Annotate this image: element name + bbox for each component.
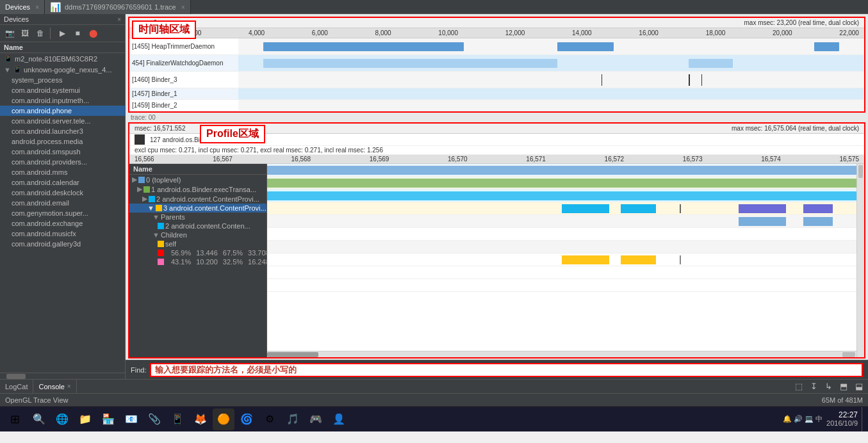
taskbar-app1[interactable]: 📧 [120,408,142,430]
toolbar-btn-6[interactable]: ⬤ [86,26,100,40]
logcat-tab[interactable]: LogCat [0,380,33,394]
device-list: 📱 m2_note-810EBM63C8R2 ▼ 📱 unknown-googl… [0,53,125,373]
taskbar-app7[interactable]: ⚙ [259,408,281,430]
taskbar-app3[interactable]: 📱 [167,408,188,430]
profile-tree-self[interactable]: self [129,239,266,248]
find-bar: Find: [126,360,868,379]
toolbar-btn-4[interactable]: ▶ [55,26,69,40]
device-item-mms[interactable]: com.android.mms [0,167,125,177]
taskbar-icons-right: 🔔 🔊 💻 中 [783,414,823,424]
expand-icon-0: ▶ [132,175,137,184]
device-item-media[interactable]: android.process.media [0,136,125,147]
find-label: Find: [131,366,146,374]
bottom-toolbar-btn-2[interactable]: ↧ [808,382,820,391]
timeline-max-msec: max msec: 23,200 (real time, dual clock) [744,19,859,26]
profile-tree-item-3[interactable]: ▼ 3 android.content.ContentProvi... [129,204,266,213]
profile-tree-children-group[interactable]: ▼ Children [129,230,266,239]
windows-taskbar: ⊞ 🔍 🌐 📁 🏪 📧 📎 📱 🦊 🟠 🌀 ⚙ 🎵 🎮 👤 🔔 🔊 💻 中 22… [0,406,868,431]
taskbar-folder[interactable]: 📁 [74,408,96,430]
taskbar-app10[interactable]: 👤 [328,408,350,430]
taskbar-app5[interactable]: 🟠 [213,408,234,430]
find-input[interactable] [150,363,863,377]
bottom-toolbar-btn-3[interactable]: ↳ [823,382,835,391]
devices-tab-close[interactable]: × [35,4,39,11]
device-item-deskclock[interactable]: com.android.deskclock [0,188,125,198]
expand-icon-parents: ▼ [152,213,160,221]
device-item-nexus[interactable]: ▼ 📱 unknown-google_nexus_4... [0,64,125,75]
device-item-server[interactable]: com.android.server.tele... [0,116,125,126]
device-item-phone[interactable]: com.android.phone [0,106,125,116]
trace-tab-label: ddms717699760967659601 1.trace [65,3,176,11]
trace-tab-close[interactable]: × [181,4,185,11]
profile-tree-parents-group[interactable]: ▼ Parents [129,213,266,222]
profile-max-msec: max msec: 16,575.064 (real time, dual cl… [732,125,859,132]
bottom-toolbar-btn-5[interactable]: ⬓ [853,382,865,391]
taskbar-app2[interactable]: 📎 [143,408,165,430]
profile-tree-parent-item[interactable]: 2 android.content.Conten... [129,222,266,230]
toolbar-btn-2[interactable]: 🖼 [18,26,32,40]
profile-tree-child-4[interactable]: 4 android.content.ContentProvider.query … [129,248,266,257]
device-item-exchange[interactable]: com.android.exchange [0,218,125,229]
expand-icon-1: ▶ [137,185,142,193]
device-item-musicfx[interactable]: com.android.musicfx [0,229,125,239]
taskbar-app8[interactable]: 🎵 [282,408,304,430]
taskbar-app9[interactable]: 🎮 [305,408,327,430]
device-item-launcher[interactable]: com.android.launcher3 [0,126,125,136]
device-item-inputmethod[interactable]: com.android.inputmeth... [0,95,125,106]
bottom-toolbar-btn-4[interactable]: ⬒ [837,382,850,391]
devices-tab[interactable]: Devices × [0,0,45,14]
nexus-icon: 📱 [13,65,22,74]
device-item-email[interactable]: com.android.email [0,198,125,208]
device-item-genymotion[interactable]: com.genymotion.super... [0,208,125,218]
profile-visualization [267,164,856,357]
console-tab[interactable]: Console × [33,380,76,394]
device-item-smspush[interactable]: com.android.smspush [0,147,125,157]
color-1 [143,186,150,193]
color-child7 [158,259,164,265]
profile-cpu-info: excl cpu msec: 0.271, incl cpu msec: 0.2… [135,147,383,154]
color-3 [156,205,162,211]
profile-tree: Name ▶ 0 (toplevel) ▶ 1 android.os.Binde… [129,164,267,357]
thread-row-5: [1459] Binder_2 [129,100,864,111]
expand-icon-3: ▼ [147,204,154,212]
taskbar-store[interactable]: 🏪 [97,408,119,430]
profile-tree-item-1[interactable]: ▶ 1 android.os.Binder.execTransa... [129,184,266,194]
profile-tree-child-7[interactable]: 7 android.content.ContentProvider$Transp… [129,257,266,266]
device-name-header: Name [0,42,125,53]
device-item-m2[interactable]: 📱 m2_note-810EBM63C8R2 [0,53,125,64]
profile-annotation: Profile区域 [200,125,265,143]
color-parent [158,223,164,229]
toolbar-btn-1[interactable]: 📷 [3,26,17,40]
taskbar-app4[interactable]: 🦊 [190,408,211,430]
bottom-toolbar-btn-1[interactable]: ⬚ [792,382,805,391]
taskbar-clock: 22:27 2016/10/9 [826,410,858,428]
device-item-system[interactable]: system_process [0,75,125,85]
taskbar-edge[interactable]: 🌐 [51,408,73,430]
expand-icon-2: ▶ [142,195,147,203]
device-item-providers[interactable]: com.android.providers... [0,157,125,167]
panel-close-icon[interactable]: × [117,16,121,23]
device-item-calendar[interactable]: com.android.calendar [0,177,125,188]
profile-tree-item-0[interactable]: ▶ 0 (toplevel) [129,175,266,184]
thread-row-2: 454] FinalizerWatchdogDaemon [129,55,864,72]
taskbar-app6[interactable]: 🌀 [236,408,258,430]
taskbar-search[interactable]: 🔍 [28,408,50,430]
color-0 [138,177,145,183]
color-child4 [158,250,164,256]
trace-panel: 时间轴区域 msec: 0 max msec: 23,200 (real tim… [126,14,868,379]
thread-row-3: [1460] Binder_3 [129,72,864,88]
console-tab-close[interactable]: × [67,383,71,390]
toolbar-btn-5[interactable]: ■ [70,26,85,40]
show-desktop-btn[interactable] [862,407,865,431]
start-button[interactable]: ⊞ [3,407,27,431]
color-self [158,241,164,247]
timeline-annotation: 时间轴区域 [132,20,196,39]
device-item-systemui[interactable]: com.android.systemui [0,85,125,95]
status-right: 65M of 481M [822,396,863,404]
profile-tree-item-2[interactable]: ▶ 2 android.content.ContentProvi... [129,194,266,204]
toolbar-btn-3[interactable]: 🗑 [33,26,47,40]
status-bar: OpenGL Trace View 65M of 481M [0,393,868,406]
trace-tab[interactable]: 📊 ddms717699760967659601 1.trace × [45,0,191,14]
devices-panel-title: Devices [4,15,29,23]
device-item-gallery[interactable]: com.android.gallery3d [0,239,125,249]
